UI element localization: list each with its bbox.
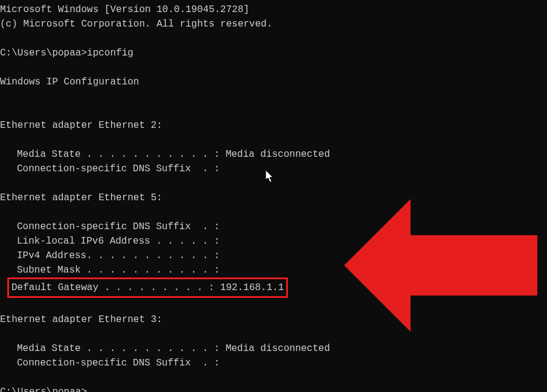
media-state-line: Media State . . . . . . . . . . . : Medi…: [0, 341, 547, 356]
redacted-value: █████████████: [226, 265, 301, 276]
ip-config-header: Windows IP Configuration: [0, 75, 547, 89]
dns-suffix-line: Connection-specific DNS Suffix . :: [0, 356, 547, 370]
dns-suffix-line: Connection-specific DNS Suffix . :: [0, 220, 547, 234]
media-state-line: Media State . . . . . . . . . . . : Medi…: [0, 147, 547, 162]
redacted-value: ████████████████████████: [226, 236, 365, 247]
copyright-line: (c) Microsoft Corporation. All rights re…: [0, 17, 547, 31]
prompt-path: C:\Users\popaa>: [0, 387, 87, 392]
blank-line: [0, 327, 547, 341]
blank-line: [0, 31, 547, 46]
ipv4-address-line: IPv4 Address. . . . . . . . . . . : ████…: [0, 248, 547, 263]
blank-line: [0, 298, 547, 312]
blank-line: [0, 176, 547, 191]
prompt-path: C:\Users\popaa>: [0, 48, 87, 58]
blank-line: [0, 104, 547, 118]
blank-line: [0, 60, 547, 75]
subnet-mask-line: Subnet Mask . . . . . . . . . . . : ████…: [0, 263, 547, 277]
field-label: Connection-specific DNS Suffix . :: [17, 358, 220, 368]
windows-version-line: Microsoft Windows [Version 10.0.19045.27…: [0, 2, 547, 17]
field-label: Connection-specific DNS Suffix . :: [17, 221, 220, 232]
blank-line: [0, 205, 547, 220]
field-value: Media disconnected: [226, 149, 330, 160]
default-gateway-highlight: Default Gateway . . . . . . . . . : 192.…: [0, 277, 547, 298]
redacted-value: ███████████: [226, 250, 290, 261]
field-label: Default Gateway . . . . . . . . . :: [11, 282, 220, 293]
field-label: Subnet Mask . . . . . . . . . . . :: [17, 265, 226, 276]
command-entered: ipconfig: [87, 48, 133, 58]
field-label: IPv4 Address. . . . . . . . . . . :: [17, 250, 226, 261]
field-label: Media State . . . . . . . . . . . :: [17, 149, 226, 160]
command-prompt-line[interactable]: C:\Users\popaa>ipconfig: [0, 46, 547, 60]
command-prompt-line[interactable]: C:\Users\popaa>: [0, 385, 547, 392]
field-label: Media State . . . . . . . . . . . :: [17, 343, 226, 354]
adapter-title: Ethernet adapter Ethernet 3:: [0, 312, 547, 327]
field-label: Connection-specific DNS Suffix . :: [17, 163, 220, 174]
blank-line: [0, 370, 547, 385]
dns-suffix-line: Connection-specific DNS Suffix . :: [0, 162, 547, 176]
blank-line: [0, 89, 547, 104]
adapter-title: Ethernet adapter Ethernet 2:: [0, 118, 547, 133]
ipv6-address-line: Link-local IPv6 Address . . . . . : ████…: [0, 234, 547, 248]
adapter-title: Ethernet adapter Ethernet 5:: [0, 191, 547, 205]
default-gateway-value: 192.168.1.1: [220, 282, 284, 293]
blank-line: [0, 133, 547, 147]
field-label: Link-local IPv6 Address . . . . . :: [17, 236, 226, 247]
field-value: Media disconnected: [226, 343, 330, 354]
